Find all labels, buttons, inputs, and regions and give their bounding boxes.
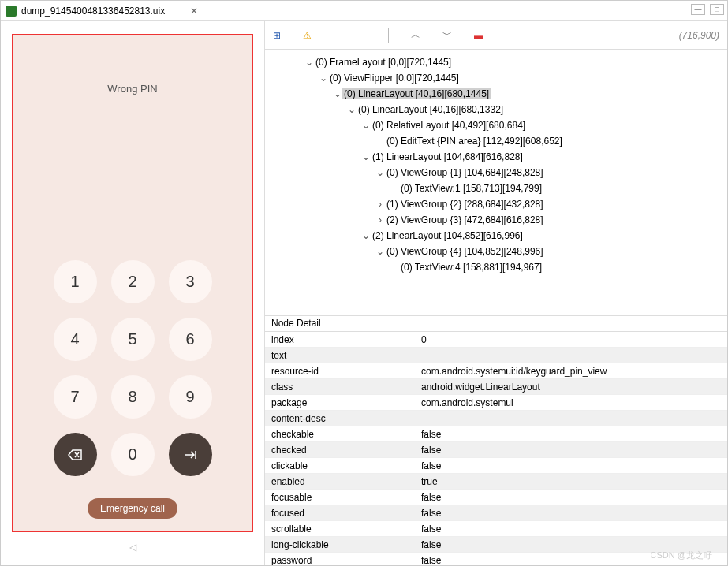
tree-toggle[interactable]: › <box>375 196 385 212</box>
lock-message: Wrong PIN <box>107 83 157 95</box>
tree-node[interactable]: (0) FrameLayout [0,0][720,1445] <box>314 57 453 68</box>
detail-key: clickable <box>265 459 415 473</box>
tree-toggle[interactable]: ⌄ <box>361 228 371 244</box>
tree-node[interactable]: (2) ViewGroup {3} [472,684][616,828] <box>385 214 545 225</box>
detail-table[interactable]: index0textresource-idcom.android.systemu… <box>265 332 727 565</box>
detail-row[interactable]: clickablefalse <box>265 458 727 474</box>
inspector-panel: ⊞ ⚠ ︿ ﹀ ▬ (716,900) ⌄(0) FrameLayout [0,… <box>265 21 727 565</box>
tree-node[interactable]: (0) RelativeLayout [40,492][680,684] <box>371 120 527 131</box>
tree-toggle[interactable]: ⌄ <box>319 70 328 86</box>
app-window: dump_9145400481336452813.uix ✕ — □ Wrong… <box>0 0 728 566</box>
file-tab-label: dump_9145400481336452813.uix <box>21 6 165 17</box>
minimize-button[interactable]: — <box>691 4 705 15</box>
close-tab-icon[interactable]: ✕ <box>190 6 198 17</box>
window-controls: — □ <box>691 4 724 15</box>
detail-value: com.android.systemui:id/keyguard_pin_vie… <box>415 364 727 378</box>
tree-toggle[interactable]: › <box>375 212 385 228</box>
warning-icon[interactable]: ⚠ <box>303 30 312 41</box>
device-navbar: ◁ <box>9 537 256 557</box>
detail-key: resource-id <box>265 364 415 378</box>
detail-row[interactable]: classandroid.widget.LinearLayout <box>265 379 727 395</box>
tree-node[interactable]: (0) LinearLayout [40,16][680,1445] <box>342 88 491 99</box>
key-6[interactable]: 6 <box>169 318 212 361</box>
maximize-button[interactable]: □ <box>710 4 724 15</box>
delete-icon[interactable]: ▬ <box>474 30 483 41</box>
detail-value: true <box>415 475 727 489</box>
device-screenshot[interactable]: Wrong PIN 1 2 3 4 5 6 7 8 9 0 <box>12 34 253 532</box>
key-0[interactable]: 0 <box>111 433 155 476</box>
key-back[interactable] <box>54 433 97 476</box>
tree-toggle[interactable]: ⌄ <box>375 244 385 259</box>
detail-row[interactable]: enabledtrue <box>265 474 727 490</box>
tab-bar: dump_9145400481336452813.uix ✕ — □ <box>1 1 727 21</box>
detail-value: 0 <box>415 333 727 347</box>
file-icon <box>6 6 17 17</box>
tree-toggle[interactable]: ⌄ <box>361 117 371 133</box>
detail-row[interactable]: resource-idcom.android.systemui:id/keygu… <box>265 363 727 379</box>
detail-value: false <box>415 522 727 536</box>
backspace-icon <box>68 449 82 460</box>
detail-row[interactable]: index0 <box>265 332 727 348</box>
file-tab[interactable]: dump_9145400481336452813.uix <box>6 6 165 17</box>
emergency-call-button[interactable]: Emergency call <box>88 498 177 519</box>
tree-node[interactable]: (0) TextView:4 [158,881][194,967] <box>399 262 543 273</box>
enter-icon <box>183 449 197 460</box>
detail-row[interactable]: packagecom.android.systemui <box>265 395 727 411</box>
key-4[interactable]: 4 <box>54 318 97 361</box>
key-3[interactable]: 3 <box>169 260 212 303</box>
search-input[interactable] <box>334 28 389 43</box>
prev-icon[interactable]: ︿ <box>411 28 420 42</box>
screenshot-panel: Wrong PIN 1 2 3 4 5 6 7 8 9 0 <box>1 21 265 565</box>
tree-toggle[interactable]: ⌄ <box>304 54 314 70</box>
detail-row[interactable]: focusedfalse <box>265 505 727 521</box>
next-icon[interactable]: ﹀ <box>442 28 452 42</box>
key-7[interactable]: 7 <box>54 375 97 419</box>
detail-key: class <box>265 380 415 394</box>
pin-keypad: 1 2 3 4 5 6 7 8 9 0 <box>54 260 212 476</box>
tree-node[interactable]: (1) LinearLayout [104,684][616,828] <box>371 151 525 162</box>
detail-key: content-desc <box>265 411 415 426</box>
expand-all-icon[interactable]: ⊞ <box>273 30 281 41</box>
back-nav-icon[interactable]: ◁ <box>129 542 136 553</box>
detail-key: text <box>265 348 415 363</box>
watermark: CSDN @龙之吇 <box>651 549 712 561</box>
detail-value: false <box>415 490 727 505</box>
tree-toggle[interactable]: ⌄ <box>333 86 342 102</box>
detail-key: index <box>265 333 415 347</box>
tree-node[interactable]: (1) ViewGroup {2} [288,684][432,828] <box>385 199 545 210</box>
detail-value <box>415 354 727 357</box>
tree-node[interactable]: (0) ViewFlipper [0,0][720,1445] <box>328 73 461 84</box>
detail-row[interactable]: checkedfalse <box>265 442 727 458</box>
key-1[interactable]: 1 <box>54 260 97 303</box>
detail-value <box>415 417 727 420</box>
detail-row[interactable]: checkablefalse <box>265 426 727 442</box>
tree-node[interactable]: (0) LinearLayout [40,16][680,1332] <box>357 104 505 115</box>
detail-value: false <box>415 459 727 473</box>
key-5[interactable]: 5 <box>111 318 155 361</box>
tree-toggle[interactable]: ⌄ <box>347 102 357 117</box>
tree-toggle[interactable]: ⌄ <box>375 165 385 181</box>
detail-value: false <box>415 427 727 441</box>
hierarchy-tree-scroll[interactable]: ⌄(0) FrameLayout [0,0][720,1445]⌄(0) Vie… <box>265 50 727 316</box>
key-2[interactable]: 2 <box>111 260 155 303</box>
detail-header: Node Detail <box>265 316 727 332</box>
tree-toggle[interactable]: ⌄ <box>361 149 371 165</box>
key-enter[interactable] <box>169 433 212 476</box>
tree-node[interactable]: (0) ViewGroup {4} [104,852][248,996] <box>385 246 545 257</box>
detail-key: package <box>265 396 415 410</box>
detail-row[interactable]: text <box>265 348 727 363</box>
detail-value: false <box>415 506 727 520</box>
key-8[interactable]: 8 <box>111 375 155 419</box>
detail-key: enabled <box>265 475 415 489</box>
coord-readout: (716,900) <box>679 30 719 41</box>
tree-node[interactable]: (0) TextView:1 [158,713][194,799] <box>399 183 543 194</box>
tree-node[interactable]: (0) EditText {PIN area} [112,492][608,65… <box>385 136 564 147</box>
detail-key: long-clickable <box>265 538 415 552</box>
detail-key: password <box>265 553 415 565</box>
detail-row[interactable]: focusablefalse <box>265 490 727 505</box>
detail-row[interactable]: scrollablefalse <box>265 521 727 537</box>
key-9[interactable]: 9 <box>169 375 212 419</box>
tree-node[interactable]: (0) ViewGroup {1} [104,684][248,828] <box>385 167 545 178</box>
tree-node[interactable]: (2) LinearLayout [104,852][616,996] <box>371 230 525 241</box>
detail-row[interactable]: content-desc <box>265 411 727 426</box>
